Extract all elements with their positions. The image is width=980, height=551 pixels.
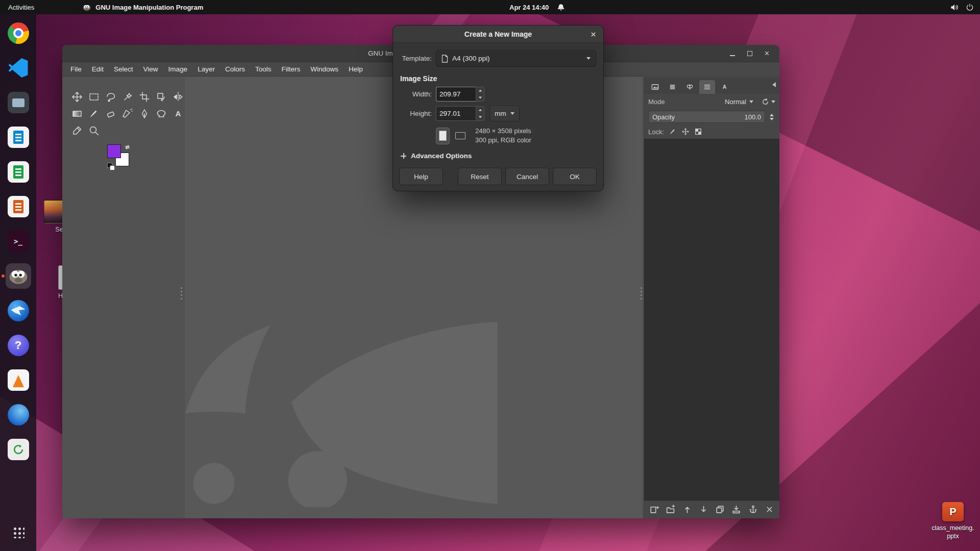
zoom-tool[interactable] (85, 122, 102, 139)
dock-item-libreoffice-writer[interactable] (6, 124, 31, 150)
template-dropdown[interactable]: A4 (300 ppi) (436, 50, 596, 67)
dialog-close-button[interactable]: × (588, 29, 599, 40)
mode-switch-group[interactable] (762, 98, 775, 106)
tab-fonts[interactable]: A (717, 80, 732, 94)
menu-filters[interactable]: Filters (276, 62, 305, 76)
width-input[interactable] (436, 87, 476, 102)
new-layer-button[interactable] (649, 505, 659, 514)
free-select-tool[interactable] (102, 88, 119, 105)
default-colors-icon[interactable] (107, 163, 114, 170)
tab-gradients[interactable] (665, 80, 680, 94)
width-spinner[interactable] (476, 87, 484, 102)
menu-colors[interactable]: Colors (220, 62, 250, 76)
foreground-background-colors[interactable] (107, 143, 136, 170)
portrait-orientation-button[interactable] (436, 128, 450, 144)
dock-item-help[interactable]: ? (6, 333, 31, 358)
lock-position-button[interactable] (681, 128, 690, 136)
menu-select[interactable]: Select (109, 62, 138, 76)
anchor-layer-button[interactable] (748, 505, 758, 514)
activities-button[interactable]: Activities (8, 4, 34, 11)
dock-item-trash[interactable] (6, 437, 31, 462)
system-status-menu[interactable] (950, 0, 974, 14)
flip-tool[interactable] (169, 88, 186, 105)
rectangle-select-tool[interactable] (85, 88, 102, 105)
dock-item-gimp[interactable] (6, 263, 31, 289)
menu-tools[interactable]: Tools (250, 62, 277, 76)
cancel-button[interactable]: Cancel (505, 168, 549, 185)
menu-edit[interactable]: Edit (87, 62, 109, 76)
dock-item-files[interactable] (6, 90, 31, 115)
dock-resize-handle[interactable] (639, 287, 643, 299)
layers-list[interactable] (644, 139, 779, 500)
menu-windows[interactable]: Windows (305, 62, 344, 76)
reset-button[interactable]: Reset (458, 168, 502, 185)
landscape-orientation-button[interactable] (452, 129, 469, 143)
merge-down-icon (731, 505, 741, 514)
duplicate-layer-button[interactable] (715, 505, 725, 514)
minimize-button[interactable] (726, 47, 739, 60)
dock-resize-handle[interactable] (179, 287, 183, 299)
height-input[interactable] (436, 106, 476, 121)
tab-layers[interactable] (699, 80, 715, 94)
tab-images[interactable] (647, 80, 663, 94)
menu-image[interactable]: Image (163, 62, 193, 76)
clone-tool[interactable] (153, 105, 169, 122)
menu-view[interactable]: View (138, 62, 163, 76)
desktop-icon-pptx[interactable]: P class_meeting. pptx (931, 502, 975, 540)
menu-help[interactable]: Help (344, 62, 368, 76)
dock-item-software[interactable] (6, 402, 31, 428)
opacity-slider[interactable]: Opacity 100.0 (648, 111, 765, 123)
dock-item-thunderbird[interactable] (6, 298, 31, 323)
unit-dropdown[interactable]: mm (489, 106, 520, 121)
dock-item-libreoffice-impress[interactable] (6, 194, 31, 219)
text-tool[interactable]: A (169, 105, 186, 122)
new-group-button[interactable] (666, 505, 675, 514)
paintbrush-tool[interactable] (85, 105, 102, 122)
menu-layer[interactable]: Layer (192, 62, 220, 76)
advanced-options-expander[interactable]: Advanced Options (401, 152, 596, 160)
merge-layer-button[interactable] (731, 505, 741, 514)
gradient-tool[interactable] (68, 105, 85, 122)
clock-menu[interactable]: Apr 24 14:40 (509, 0, 565, 14)
tab-menu-button[interactable] (772, 82, 776, 87)
transform-tool[interactable] (153, 88, 169, 105)
lower-layer-button[interactable] (699, 505, 708, 514)
dock-item-vscode[interactable] (6, 55, 31, 81)
dock-item-terminal[interactable]: >_ (6, 229, 31, 254)
focused-app-menu[interactable]: GNU Image Manipulation Program (82, 3, 203, 12)
spin-up[interactable] (476, 107, 484, 114)
foreground-color-swatch[interactable] (107, 144, 121, 158)
color-picker-tool[interactable] (68, 122, 85, 139)
dock-item-vlc[interactable] (6, 367, 31, 393)
dialog-titlebar[interactable]: Create a New Image × (393, 26, 603, 43)
dock-item-app-grid[interactable] (6, 519, 31, 545)
fuzzy-select-tool[interactable] (119, 88, 136, 105)
help-button[interactable]: Help (399, 168, 443, 185)
lock-pixels-button[interactable] (669, 128, 677, 136)
menu-file[interactable]: File (65, 62, 87, 76)
mode-dropdown[interactable]: Normal (723, 97, 755, 107)
close-window-button[interactable]: × (761, 47, 773, 60)
spin-down[interactable] (476, 114, 484, 121)
height-spinner[interactable] (476, 106, 484, 121)
swap-colors-icon[interactable] (124, 143, 131, 150)
eraser-tool[interactable] (102, 105, 119, 122)
dock-item-libreoffice-calc[interactable] (6, 159, 31, 185)
tab-channels[interactable] (682, 80, 698, 94)
crop-tool[interactable] (136, 88, 153, 105)
raise-layer-button[interactable] (682, 505, 692, 514)
ink-tool[interactable] (136, 105, 153, 122)
spin-up[interactable] (476, 87, 484, 94)
lock-alpha-button[interactable] (694, 128, 702, 136)
lock-label: Lock: (648, 128, 664, 136)
move-tool[interactable] (68, 88, 85, 105)
spin-down[interactable] (476, 94, 484, 102)
dock-item-chrome[interactable] (6, 20, 31, 46)
writer-icon (8, 127, 29, 148)
ok-button[interactable]: OK (553, 168, 597, 185)
restore-button[interactable] (743, 47, 756, 60)
airbrush-tool[interactable] (119, 105, 136, 122)
delete-layer-button[interactable] (765, 505, 774, 514)
opacity-spinner[interactable] (768, 111, 775, 123)
layers-dock: A Mode Normal Opacity (644, 77, 779, 518)
